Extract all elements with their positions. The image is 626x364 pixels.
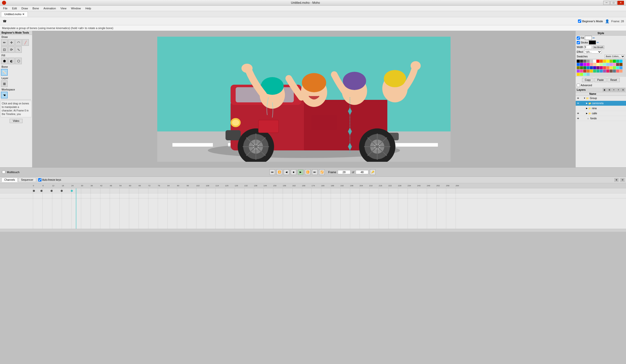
play-back-button[interactable]: ◀ — [284, 169, 289, 175]
swatch-cell[interactable] — [619, 66, 622, 69]
swatch-cell[interactable] — [600, 70, 603, 73]
maximize-button[interactable]: □ — [610, 1, 617, 5]
swatch-cell[interactable] — [593, 66, 596, 69]
effect-select[interactable]: <plu... — [584, 50, 602, 54]
menu-draw[interactable]: Draw — [19, 6, 30, 10]
swatch-cell[interactable] — [606, 60, 609, 63]
swatch-cell[interactable] — [590, 63, 593, 66]
add-keyframe-button[interactable]: 🔑 — [370, 169, 375, 175]
toolbar-icon-olo[interactable]: ☎ — [2, 19, 7, 24]
swatch-cell[interactable] — [577, 66, 580, 69]
fill-tool-1[interactable]: ⬟ — [1, 58, 8, 64]
draw-tool-5[interactable]: ⊡ — [1, 46, 8, 53]
copy-button[interactable]: Copy — [582, 78, 593, 82]
layer-row-nina[interactable]: ▶ 📁 nina — [576, 106, 626, 111]
reset-button[interactable]: Reset — [608, 78, 620, 82]
swatch-cell[interactable] — [580, 63, 583, 66]
no-brush-button[interactable]: No Brush — [593, 46, 605, 49]
swatch-cell[interactable] — [590, 70, 593, 73]
menu-help[interactable]: Help — [83, 6, 93, 10]
swatch-cell[interactable] — [583, 60, 586, 63]
layers-icon-1[interactable]: ◧ — [603, 88, 607, 92]
canvas-viewport[interactable] — [157, 37, 451, 162]
swatch-cell[interactable] — [577, 73, 580, 76]
draw-tool-6[interactable]: ⟳ — [8, 46, 15, 53]
bone-tool-1[interactable]: 🦴 — [1, 69, 8, 76]
layers-icon-2[interactable]: ⊞ — [607, 88, 611, 92]
total-frames-input[interactable] — [356, 170, 368, 174]
fill-tool-3[interactable]: ⬡ — [15, 58, 22, 64]
prev-frame-button[interactable]: ⏪ — [277, 169, 282, 175]
advanced-checkbox[interactable] — [577, 84, 580, 87]
swatch-cell[interactable] — [583, 66, 586, 69]
swatch-cell[interactable] — [587, 63, 590, 66]
swatch-cell[interactable] — [593, 70, 596, 73]
swatch-cell[interactable] — [603, 66, 606, 69]
video-button[interactable]: Video — [10, 119, 23, 123]
stroke-edit-icon[interactable]: ✏ — [597, 41, 599, 44]
user-icon[interactable]: 👤 — [605, 19, 609, 23]
fill-edit-icon[interactable]: ✏ — [593, 36, 595, 40]
menu-view[interactable]: View — [58, 6, 69, 10]
workspace-tool-1[interactable]: ☚ — [1, 92, 8, 98]
swatch-cell[interactable] — [590, 66, 593, 69]
layers-icon-expand[interactable]: ⊟ — [621, 88, 625, 92]
play-button[interactable]: ▶ — [298, 169, 303, 175]
next-frame-button[interactable]: ⏩ — [305, 169, 310, 175]
beginner-mode-checkbox[interactable] — [578, 19, 581, 23]
layer-tool-1[interactable]: ⊞ — [1, 80, 8, 87]
draw-tool-3[interactable]: ◠ — [15, 39, 22, 46]
layers-icon-4[interactable]: ≡ — [616, 88, 620, 92]
swatch-cell[interactable] — [577, 63, 580, 66]
layer-lock-calle[interactable] — [580, 112, 583, 115]
menu-window[interactable]: Window — [69, 6, 83, 10]
sequencer-tab[interactable]: Sequencer — [18, 178, 36, 182]
swatch-cell[interactable] — [616, 60, 619, 63]
swatch-cell[interactable] — [577, 60, 580, 63]
fill-checkbox[interactable] — [577, 36, 580, 40]
layer-eye-fondo[interactable]: 👁 — [576, 117, 580, 120]
swatch-cell[interactable] — [583, 73, 586, 76]
layer-expand-camioneta[interactable]: ▶ — [586, 102, 588, 104]
layer-lock-camioneta[interactable] — [580, 102, 583, 105]
layer-row-group[interactable]: 👁 ▼ 📁 Group — [576, 96, 626, 101]
swatch-cell[interactable] — [613, 63, 616, 66]
multitouch-checkbox[interactable] — [2, 170, 5, 174]
swatch-cell[interactable] — [583, 70, 586, 73]
go-start-button[interactable]: ⏮ — [270, 169, 275, 175]
swatch-cell[interactable] — [610, 63, 613, 66]
swatch-cell[interactable] — [610, 66, 613, 69]
swatch-cell[interactable] — [606, 66, 609, 69]
swatch-cell[interactable] — [619, 63, 622, 66]
swatch-cell[interactable] — [600, 63, 603, 66]
layer-lock-fondo[interactable] — [580, 117, 583, 120]
swatch-cell[interactable] — [596, 66, 599, 69]
menu-file[interactable]: File — [1, 6, 10, 10]
layer-lock-group[interactable] — [580, 97, 583, 100]
timeline-icon-1[interactable]: ⊞ — [614, 178, 618, 182]
menu-animation[interactable]: Animation — [41, 6, 58, 10]
draw-tool-1[interactable]: ✏ — [1, 39, 8, 46]
layer-expand-group[interactable]: ▼ — [584, 97, 586, 99]
fill-color-swatch[interactable] — [585, 36, 592, 40]
close-button[interactable]: ✕ — [617, 1, 624, 5]
paste-button[interactable]: Paste — [594, 78, 607, 82]
stroke-color-swatch[interactable] — [589, 40, 596, 44]
auto-freeze-checkbox[interactable] — [38, 178, 41, 181]
draw-tool-4[interactable]: ╱ — [22, 39, 29, 46]
swatch-cell[interactable] — [587, 66, 590, 69]
swatch-cell[interactable] — [619, 60, 622, 63]
swatches-dropdown[interactable]: Basic Colors... — [605, 55, 625, 58]
layers-icon-3[interactable]: ≡ — [612, 88, 616, 92]
channels-tab[interactable]: Channels — [2, 178, 18, 182]
swatch-cell[interactable] — [616, 70, 619, 73]
minimize-button[interactable]: ─ — [603, 1, 610, 5]
swatch-cell[interactable] — [587, 60, 590, 63]
swatch-cell[interactable] — [593, 63, 596, 66]
swatch-cell[interactable] — [613, 66, 616, 69]
swatch-cell[interactable] — [580, 66, 583, 69]
swatch-cell[interactable] — [590, 60, 593, 63]
timeline-tracks[interactable] — [0, 188, 626, 229]
swatch-cell[interactable] — [596, 63, 599, 66]
swatch-cell[interactable] — [619, 70, 622, 73]
